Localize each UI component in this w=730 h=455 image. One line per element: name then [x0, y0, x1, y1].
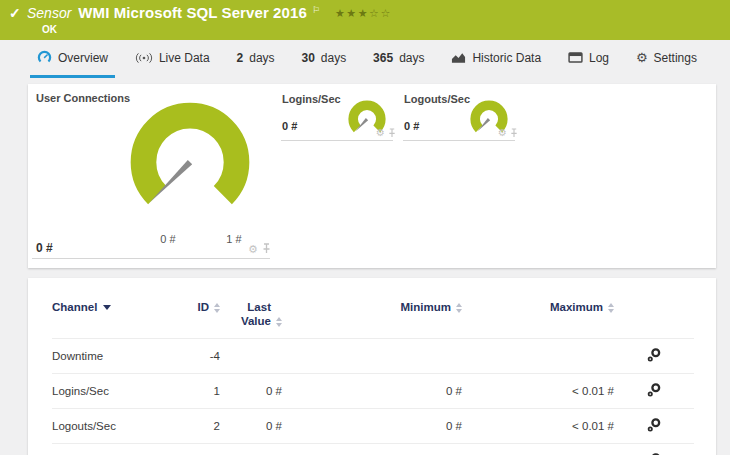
cell-id: 2 [164, 409, 220, 444]
cell-maximum [462, 339, 614, 374]
cell-last-value: 0 # [220, 444, 282, 455]
gauge-controls: ⚙ [248, 243, 271, 254]
gauge-scale-max: 1 # [219, 233, 249, 245]
tab-bar: Overview Live Data 2 days 30 days 365 da… [0, 40, 730, 78]
tab-label: Historic Data [472, 51, 541, 65]
gauges-panel: User Connections 0 # 1 # 0 # ⚙ Logins/Se… [28, 84, 716, 268]
channels-panel: Channel ID Last Value Minimum Maximum [28, 278, 716, 455]
tab-label: days [249, 51, 274, 65]
status-badge: OK [42, 24, 57, 35]
col-header-label: Last Value [233, 300, 271, 328]
pin-icon[interactable] [388, 128, 396, 138]
pin-icon[interactable] [262, 243, 271, 254]
channel-settings-icon[interactable] [646, 382, 662, 398]
broadcast-icon [135, 52, 153, 64]
gauge-controls: ⚙ [376, 128, 396, 138]
channel-settings-icon[interactable] [646, 417, 662, 433]
col-header-label: ID [198, 301, 210, 313]
tab-settings[interactable]: ⚙ Settings [629, 40, 704, 78]
table-header-row: Channel ID Last Value Minimum Maximum [52, 292, 694, 339]
gauge-divider [403, 140, 515, 141]
tab-number: 30 [301, 51, 314, 65]
logouts-gauge-block: Logouts/Sec 0 # ⚙ [404, 90, 518, 150]
col-header-id[interactable]: ID [164, 292, 220, 339]
logouts-gauge-title: Logouts/Sec [404, 93, 470, 105]
table-row: Logins/Sec 1 0 # 0 # < 0.01 # [52, 374, 694, 409]
tab-365-days[interactable]: 365 days [366, 40, 431, 78]
sort-desc-icon [103, 305, 111, 310]
tab-label: Settings [654, 51, 697, 65]
tab-number: 365 [373, 51, 393, 65]
gear-icon: ⚙ [636, 50, 648, 65]
cell-minimum: 0 # [282, 444, 462, 455]
tab-2-days[interactable]: 2 days [230, 40, 282, 78]
sort-icon [214, 303, 220, 313]
sort-icon [608, 303, 614, 313]
object-type-label: Sensor [27, 5, 71, 21]
channel-settings-icon[interactable] [646, 347, 662, 363]
table-row: Downtime -4 [52, 339, 694, 374]
logins-gauge-value: 0 # [282, 120, 297, 132]
prtg-sensor-page: ✓ Sensor WMI Microsoft SQL Server 2016 ⚐… [0, 0, 730, 455]
area-chart-icon [451, 52, 466, 64]
sensor-title-line: Sensor WMI Microsoft SQL Server 2016 ⚐ ★… [27, 4, 392, 21]
flag-icon[interactable]: ⚐ [312, 5, 320, 15]
cell-last-value: 0 # [220, 374, 282, 409]
logouts-gauge-value: 0 # [404, 120, 419, 132]
cell-maximum: < 0.01 # [462, 374, 614, 409]
cell-channel: Logins/Sec [52, 374, 164, 409]
sort-icon [456, 303, 462, 313]
col-header-actions [614, 292, 694, 339]
sort-icon [276, 317, 282, 327]
tab-label: Log [589, 51, 609, 65]
tab-live-data[interactable]: Live Data [128, 40, 217, 78]
col-header-channel[interactable]: Channel [52, 292, 164, 339]
user-connections-gauge [114, 90, 266, 240]
cell-channel: User Connections [52, 444, 164, 455]
cell-channel: Downtime [52, 339, 164, 374]
primary-gauge-value: 0 # [36, 241, 53, 255]
col-header-last-value[interactable]: Last Value [220, 292, 282, 339]
gauge-divider [32, 258, 270, 259]
tab-label: days [399, 51, 424, 65]
tab-historic-data[interactable]: Historic Data [444, 40, 548, 78]
cell-maximum: < 0.01 # [462, 409, 614, 444]
table-row: Logouts/Sec 2 0 # 0 # < 0.01 # [52, 409, 694, 444]
cell-id: 0 [164, 444, 220, 455]
col-header-label: Maximum [550, 301, 603, 313]
tab-label: Live Data [159, 51, 210, 65]
col-header-maximum[interactable]: Maximum [462, 292, 614, 339]
sensor-title: WMI Microsoft SQL Server 2016 [78, 4, 307, 21]
priority-stars[interactable]: ★★★☆☆ [335, 7, 392, 20]
cell-id: -4 [164, 339, 220, 374]
logins-gauge-block: Logins/Sec 0 # ⚙ [282, 90, 396, 150]
gauge-controls: ⚙ [498, 128, 518, 138]
cell-last-value: 0 # [220, 409, 282, 444]
tab-overview[interactable]: Overview [30, 40, 115, 78]
log-icon [568, 52, 583, 63]
gauge-scale-min: 0 # [153, 233, 183, 245]
channels-table: Channel ID Last Value Minimum Maximum [52, 292, 694, 455]
pin-icon[interactable] [510, 128, 518, 138]
cell-maximum: 0 # [462, 444, 614, 455]
cell-minimum: 0 # [282, 409, 462, 444]
col-header-label: Channel [52, 301, 97, 313]
tab-log[interactable]: Log [561, 40, 616, 78]
tab-30-days[interactable]: 30 days [294, 40, 353, 78]
col-header-label: Minimum [401, 301, 451, 313]
cell-minimum: 0 # [282, 374, 462, 409]
gauge-settings-icon[interactable]: ⚙ [376, 128, 385, 138]
col-header-minimum[interactable]: Minimum [282, 292, 462, 339]
cell-last-value [220, 339, 282, 374]
tab-number: 2 [237, 51, 244, 65]
gauge-settings-icon[interactable]: ⚙ [498, 128, 507, 138]
cell-channel: Logouts/Sec [52, 409, 164, 444]
sensor-header: ✓ Sensor WMI Microsoft SQL Server 2016 ⚐… [0, 0, 730, 40]
tab-label: days [321, 51, 346, 65]
status-check-icon: ✓ [9, 5, 21, 21]
cell-minimum [282, 339, 462, 374]
gauge-divider [281, 140, 393, 141]
gauge-icon [37, 50, 52, 65]
tab-label: Overview [58, 51, 108, 65]
gauge-settings-icon[interactable]: ⚙ [248, 244, 258, 254]
